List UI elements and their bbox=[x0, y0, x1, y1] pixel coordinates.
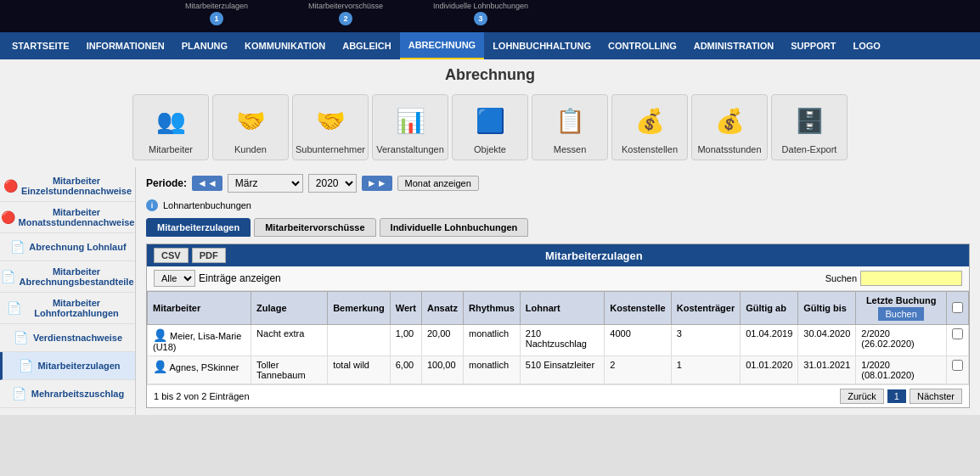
left-sidebar: 🔴 Mitarbeiter Einzelstundennachweise 🔴 M… bbox=[0, 167, 136, 415]
nav-abrechnung[interactable]: ABRECHNUNG bbox=[400, 32, 484, 59]
tab-mitarbeitervorschuesse[interactable]: Mitarbeitervorschüsse bbox=[254, 218, 375, 237]
table-title: Mitarbeiterzulagen bbox=[226, 249, 962, 262]
sidebar-icon-6: 📄 bbox=[13, 329, 30, 346]
nav-kommunikation[interactable]: KOMMUNIKATION bbox=[236, 32, 334, 59]
cell-ansatz-1: 20,00 bbox=[421, 325, 463, 356]
icon-daten-export[interactable]: 🗄️ Daten-Export bbox=[771, 94, 848, 160]
icon-subunternehmer[interactable]: 🤝 Subunternehmer bbox=[292, 94, 369, 160]
right-main-area: Periode: ◄◄ März JanuarFebruarApril MaiJ… bbox=[136, 167, 980, 415]
sidebar-item-abrechnungsbestandteile[interactable]: 📄 Mitarbeiter Abrechnungsbestandteile bbox=[0, 261, 135, 293]
tooltip-1-label: Mitarbeiterzulagen bbox=[185, 2, 248, 10]
tooltip-1-circle: 1 bbox=[210, 12, 223, 25]
cell-zulage-2: Toller Tannebaum bbox=[251, 356, 328, 384]
year-select[interactable]: 2020 2018201920212022 bbox=[308, 174, 357, 193]
icon-messen-label: Messen bbox=[554, 144, 587, 154]
icon-kostenstellen[interactable]: 💰 Kostenstellen bbox=[611, 94, 688, 160]
sidebar-item-mehrarbeitszuschlag[interactable]: 📄 Mehrarbeitszuschlag bbox=[0, 380, 135, 408]
col-kostentraeger: Kostenträger bbox=[671, 292, 740, 325]
sidebar-label-5: Mitarbeiter Lohnfortzahlungen bbox=[25, 298, 128, 318]
tab-mitarbeiterzulagen[interactable]: Mitarbeiterzulagen bbox=[146, 218, 251, 237]
content-panel: 🔴 Mitarbeiter Einzelstundennachweise 🔴 M… bbox=[0, 167, 980, 415]
nav-controlling[interactable]: CONTROLLING bbox=[600, 32, 685, 59]
kostenstellen-icon: 💰 bbox=[629, 100, 670, 141]
icon-objekte-label: Objekte bbox=[474, 144, 506, 154]
sidebar-label-3: Abrechnung Lohnlauf bbox=[29, 242, 126, 252]
monat-anzeigen-btn[interactable]: Monat anzeigen bbox=[397, 176, 479, 191]
icon-monatsstunden[interactable]: 💰 Monatsstunden bbox=[691, 94, 768, 160]
row-checkbox-1[interactable] bbox=[952, 328, 963, 339]
icon-kunden[interactable]: 🤝 Kunden bbox=[212, 94, 289, 160]
filter-right: Suchen bbox=[825, 271, 962, 286]
cell-gueltig-ab-1: 01.04.2019 bbox=[741, 325, 798, 356]
nav-logo[interactable]: LOGO bbox=[844, 32, 888, 59]
icon-veranstaltungen[interactable]: 📊 Veranstaltungen bbox=[372, 94, 448, 160]
cell-wert-2: 6,00 bbox=[390, 356, 421, 384]
tooltip-3: Individuelle Lohnbuchungen 3 bbox=[433, 2, 528, 27]
export-buttons: CSV PDF bbox=[154, 248, 226, 263]
buchen-header-btn[interactable]: Buchen bbox=[878, 307, 923, 321]
icon-mitarbeiter[interactable]: 👥 Mitarbeiter bbox=[132, 94, 209, 160]
main-content: Abrechnung 👥 Mitarbeiter 🤝 Kunden 🤝 Subu… bbox=[0, 59, 980, 415]
sidebar-item-mitarbeiterzulagen[interactable]: 📄 Mitarbeiterzulagen bbox=[0, 352, 135, 380]
tab-individuelle-lohnbuchungen[interactable]: Individuelle Lohnbuchungen bbox=[380, 218, 529, 237]
pdf-btn[interactable]: PDF bbox=[192, 248, 226, 263]
table-row: 👤 Agnes, PSkinner Toller Tannebaum total… bbox=[148, 356, 969, 384]
sidebar-label-8: Mehrarbeitszuschlag bbox=[31, 389, 124, 399]
subunternehmer-icon: 🤝 bbox=[310, 100, 351, 141]
col-gueltig-ab: Gültig ab bbox=[741, 292, 798, 325]
icon-subunternehmer-label: Subunternehmer bbox=[296, 144, 365, 154]
cell-gueltig-bis-2: 31.01.2021 bbox=[798, 356, 856, 384]
col-zulage: Zulage bbox=[251, 292, 328, 325]
nav-administration[interactable]: ADMINISTRATION bbox=[685, 32, 783, 59]
filter-select[interactable]: Alle bbox=[154, 270, 195, 287]
select-all-checkbox[interactable] bbox=[952, 302, 963, 313]
cell-gueltig-bis-1: 30.04.2020 bbox=[798, 325, 856, 356]
tooltip-3-label: Individuelle Lohnbuchungen bbox=[433, 2, 528, 10]
icon-messen[interactable]: 📋 Messen bbox=[532, 94, 608, 160]
cell-mitarbeiter-1: 👤 Meier, Lisa-Marie (U18) bbox=[148, 325, 251, 356]
month-select[interactable]: März JanuarFebruarApril MaiJuniJuli Augu… bbox=[228, 174, 303, 193]
cell-lohnart-2: 510 Einsatzleiter bbox=[520, 356, 605, 384]
csv-btn[interactable]: CSV bbox=[154, 248, 189, 263]
mitarbeiter-icon: 👥 bbox=[150, 100, 191, 141]
search-input[interactable] bbox=[860, 271, 962, 286]
col-mitarbeiter: Mitarbeiter bbox=[148, 292, 251, 325]
sidebar-label-7: Mitarbeiterzulagen bbox=[37, 361, 120, 371]
sidebar-item-einzelstundennachweise[interactable]: 🔴 Mitarbeiter Einzelstundennachweise bbox=[0, 171, 135, 202]
monatsstunden-icon: 💰 bbox=[709, 100, 750, 141]
sidebar-item-lohnfortzahlungen[interactable]: 📄 Mitarbeiter Lohnfortzahlungen bbox=[0, 293, 135, 324]
icon-objekte[interactable]: 🟦 Objekte bbox=[452, 94, 528, 160]
icon-grid: 👥 Mitarbeiter 🤝 Kunden 🤝 Subunternehmer … bbox=[0, 87, 980, 167]
nav-startseite[interactable]: STARTSEITE bbox=[3, 32, 78, 59]
col-ansatz: Ansatz bbox=[421, 292, 463, 325]
cell-checkbox-1 bbox=[946, 325, 968, 356]
nav-planung[interactable]: PLANUNG bbox=[173, 32, 236, 59]
nav-support[interactable]: SUPPORT bbox=[782, 32, 844, 59]
prev-page-btn[interactable]: Zurück bbox=[840, 389, 884, 404]
period-next-btn[interactable]: ►► bbox=[362, 176, 392, 191]
tooltip-1: Mitarbeiterzulagen 1 bbox=[185, 2, 248, 27]
col-rhythmus: Rhythmus bbox=[464, 292, 521, 325]
mitarbeiter-name-2: Agnes, PSkinner bbox=[169, 362, 239, 372]
nav-abgleich[interactable]: ABGLEICH bbox=[334, 32, 399, 59]
current-page-btn[interactable]: 1 bbox=[887, 389, 906, 403]
icon-veranstaltungen-label: Veranstaltungen bbox=[376, 144, 444, 154]
sidebar-label-4: Mitarbeiter Abrechnungsbestandteile bbox=[19, 266, 133, 287]
cell-letzte-buchung-1: 2/2020 (26.02.2020) bbox=[856, 325, 947, 356]
sidebar-item-abrechnung-lohnlauf[interactable]: 📄 Abrechnung Lohnlauf bbox=[0, 233, 135, 261]
nav-informationen[interactable]: INFORMATIONEN bbox=[78, 32, 173, 59]
table-header-row: CSV PDF Mitarbeiterzulagen bbox=[147, 244, 969, 266]
nav-lohnbuchhaltung[interactable]: LOHNBUCHHALTUNG bbox=[484, 32, 600, 59]
row-checkbox-2[interactable] bbox=[952, 360, 963, 371]
tooltip-2: Mitarbeitervorschüsse 2 bbox=[308, 2, 383, 27]
pagination-controls: Zurück 1 Nächster bbox=[840, 389, 962, 404]
col-gueltig-bis: Gültig bis bbox=[798, 292, 856, 325]
period-prev-btn[interactable]: ◄◄ bbox=[192, 176, 222, 191]
sidebar-item-verdienstnachweise[interactable]: 📄 Verdienstnachweise bbox=[0, 324, 135, 352]
sidebar-item-monatsstundennachweise[interactable]: 🔴 Mitarbeiter Monatsstundennachweise bbox=[0, 202, 135, 233]
next-page-btn[interactable]: Nächster bbox=[910, 389, 962, 404]
data-table: Mitarbeiter Zulage Bemerkung Wert Ansatz… bbox=[147, 291, 969, 384]
sidebar-icon-5: 📄 bbox=[7, 300, 21, 316]
filter-text: Einträge anzeigen bbox=[199, 272, 281, 284]
sidebar-icon-8: 📄 bbox=[11, 385, 28, 402]
